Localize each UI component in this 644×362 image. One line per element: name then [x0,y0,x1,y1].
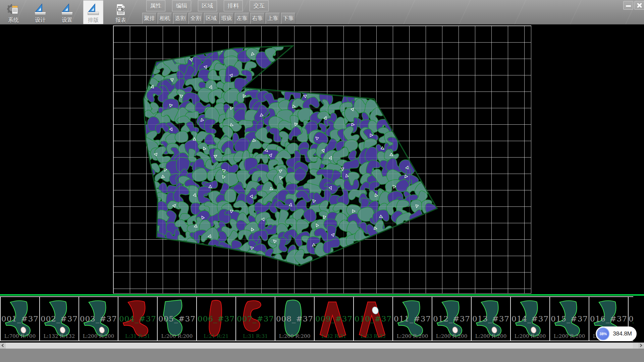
main-button-report[interactable]: 报表 [111,0,131,24]
tool-button-cut-all[interactable]: 全割 [189,13,203,24]
tool-button-snap-right[interactable]: 右靠 [250,13,265,24]
set-square-icon [34,3,47,17]
part-id-label: 015_#37 [550,314,589,323]
tool-button-snap-bottom[interactable]: 下靠 [281,13,296,24]
part-counts-label: L:32 R:31 [315,333,353,339]
scroll-right-button[interactable] [638,343,644,349]
memory-usage-label: 384.8M [613,330,632,337]
part-tile-006_#37[interactable]: 006_#37L:21 R:21 [196,296,236,341]
part-tile-015_#37[interactable]: 015_#37L:200 R:200 [549,296,589,341]
set-square-icon [60,3,74,17]
main-button-label: 系统 [8,17,19,23]
part-id-label: 001_#37 [1,314,39,323]
part-id-label: 010_#37 [354,314,392,323]
menu-tab-nesting[interactable]: 排料 [224,0,243,11]
part-counts-label: L:200 R:200 [393,333,432,339]
set-square-icon [87,3,100,17]
status-bar [0,349,644,362]
part-id-label: 009_#37 [315,314,353,323]
chevron-left-icon [2,344,5,347]
part-id-label: 005_#37 [158,314,196,323]
tool-button-defect[interactable]: 瑕疵 [219,13,234,24]
part-id-label: 014_#37 [511,314,549,323]
main-button-settings[interactable]: 设置 [57,0,77,24]
chevron-right-icon [639,344,642,347]
part-tile-008_#37[interactable]: 008_#37L:200 R:200 [275,296,315,341]
memory-status-badge: 38% 384.8M [596,326,637,341]
main-button-label: 排版 [88,17,99,23]
part-counts-label: L:200 R:200 [511,333,549,339]
main-button-label: 设计 [35,17,46,23]
part-tile-002_#37[interactable]: 002_#37L:132 R:132 [39,296,79,341]
part-counts-label: L:200 R:200 [432,333,471,339]
scroll-left-button[interactable] [0,343,6,349]
scrollbar-thumb[interactable] [6,343,633,349]
part-tile-003_#37[interactable]: 003_#37L:200 R:200 [78,296,118,341]
part-tile-010_#37[interactable]: 010_#37L:33 R:33 [353,296,393,341]
tool-button-cluster-nest[interactable]: 聚排 [142,13,157,24]
main-button-layout[interactable]: 排版 [83,0,103,24]
menu-tab-interact[interactable]: 交互 [250,0,269,11]
tool-button-select-cut[interactable]: 选割 [173,13,187,24]
main-button-design[interactable]: 设计 [30,0,50,24]
part-counts-label: L:700 R:700 [1,333,39,339]
parts-panel: 001_#37L:700 R:700002_#37L:132 R:132003_… [0,294,644,343]
nesting-application-window: { "window": { "controls": [ {"name":"min… [0,0,644,362]
menu-tab-region[interactable]: 区域 [198,0,217,11]
leather-hide-nesting[interactable] [0,25,644,294]
tool-button-region[interactable]: 区域 [204,13,218,24]
tool-button-snap-top[interactable]: 上靠 [266,13,280,24]
report-document-icon [114,3,127,17]
part-tile-014_#37[interactable]: 014_#37L:200 R:200 [510,296,550,341]
gear-notepad-icon [7,3,20,17]
close-button[interactable] [634,1,644,10]
title-toolbar: 系统设计设置排版报表 属性编辑区域排料交互 聚排相机选割全割区域瑕疵左靠右靠上靠… [0,0,644,24]
minimize-icon [626,5,631,7]
part-id-label: 008_#37 [275,314,314,323]
part-id-label: 011_#37 [393,314,432,323]
menu-tab-properties[interactable]: 属性 [146,0,165,11]
part-id-label: 004_#37 [118,314,157,323]
part-counts-label: L:200 R:200 [158,333,196,339]
part-counts-label: L:200 R:200 [79,333,118,339]
main-button-system[interactable]: 系统 [3,0,23,24]
part-id-label: 017_#37 [629,314,633,323]
part-id-label: 006_#37 [197,314,235,323]
part-id-label: 016_#37 [589,314,628,323]
tool-button-camera[interactable]: 相机 [158,13,172,24]
part-counts-label: L:132 R:132 [40,333,78,339]
part-counts-label: L:200 R:200 [550,333,589,339]
part-tile-012_#37[interactable]: 012_#37L:200 R:200 [432,296,472,341]
tool-button-snap-left[interactable]: 左靠 [235,13,249,24]
part-tile-list: 001_#37L:700 R:700002_#37L:132 R:132003_… [0,296,633,341]
part-id-label: 003_#37 [79,314,118,323]
part-counts-label: L:200 R:200 [472,333,510,339]
part-tile-001_#37[interactable]: 001_#37L:700 R:700 [0,296,40,341]
part-counts-label: L:200 R:200 [275,333,314,339]
minimize-button[interactable] [623,1,633,10]
parts-panel-accent-line [0,294,644,296]
part-tile-013_#37[interactable]: 013_#37L:200 R:200 [471,296,511,341]
part-tile-009_#37[interactable]: 009_#37L:32 R:31 [314,296,354,341]
part-counts-label: L:31 R:31 [236,333,275,339]
horizontal-scrollbar[interactable] [0,343,644,349]
part-counts-label: L:31 R:31 [118,333,157,339]
part-id-label: 013_#37 [472,314,510,323]
main-button-label: 设置 [62,17,72,23]
part-tile-005_#37[interactable]: 005_#37L:200 R:200 [157,296,197,341]
part-tile-004_#37[interactable]: 004_#37L:31 R:31 [118,296,158,341]
nesting-canvas[interactable] [0,25,644,294]
part-tile-007_#37[interactable]: 007_#37L:31 R:31 [235,296,275,341]
menu-tab-edit[interactable]: 编辑 [172,0,191,11]
part-id-label: 002_#37 [40,314,78,323]
main-button-label: 报表 [115,17,126,23]
part-counts-label: L:21 R:21 [197,333,235,339]
part-id-label: 007_#37 [236,314,275,323]
part-tile-011_#37[interactable]: 011_#37L:200 R:200 [392,296,432,341]
memory-percent-badge: 38% [597,327,609,340]
part-counts-label: L:33 R:33 [354,333,392,339]
part-id-label: 012_#37 [432,314,471,323]
